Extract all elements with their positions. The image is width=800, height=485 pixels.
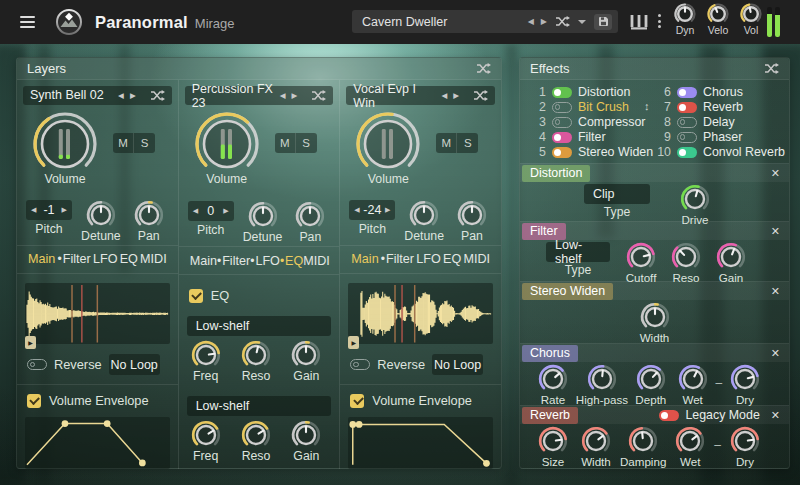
tab-main[interactable]: Main bbox=[28, 252, 55, 266]
tab-filter[interactable]: •Filter bbox=[381, 252, 414, 266]
sample-prev-icon[interactable]: ◀ bbox=[118, 91, 124, 100]
tab-midi[interactable]: MIDI bbox=[303, 254, 330, 268]
effect-name-compressor[interactable]: Compressor bbox=[578, 115, 645, 129]
pitch-increment-icon[interactable]: ▶ bbox=[62, 206, 67, 214]
tab-lfo[interactable]: LFO bbox=[93, 252, 118, 266]
preset-next-icon[interactable]: ▶ bbox=[541, 17, 547, 26]
layer-sample-selector[interactable]: Percussion FX 23◀▶ bbox=[185, 86, 334, 105]
mute-button[interactable]: M bbox=[275, 133, 296, 153]
more-menu-icon[interactable] bbox=[658, 14, 661, 28]
effect-name-convol-reverb[interactable]: Convol Reverb bbox=[703, 145, 785, 159]
tab-midi[interactable]: MIDI bbox=[463, 252, 490, 266]
filter-type-dropdown[interactable]: Low-shelf bbox=[546, 242, 610, 262]
layer-sample-selector[interactable]: Synth Bell 02◀▶ bbox=[23, 86, 172, 105]
distortion-type-dropdown[interactable]: Clip bbox=[584, 184, 650, 204]
sample-next-icon[interactable]: ▶ bbox=[453, 91, 459, 100]
legacy-mode-toggle[interactable] bbox=[659, 410, 679, 421]
mute-button[interactable]: M bbox=[113, 133, 134, 153]
sample-shuffle-icon[interactable] bbox=[304, 90, 326, 101]
volume-knob[interactable]: Volume bbox=[344, 108, 432, 198]
play-button[interactable]: ▶ bbox=[348, 336, 359, 349]
bit-crush-toggle[interactable] bbox=[552, 102, 572, 113]
chorus-high-pass-knob[interactable]: High-pass bbox=[576, 364, 628, 406]
envelope-editor[interactable] bbox=[25, 417, 170, 469]
pan-knob[interactable]: Pan bbox=[291, 201, 329, 246]
distortion-drive-knob[interactable]: Drive bbox=[676, 184, 714, 226]
pitch-increment-icon[interactable]: ▶ bbox=[385, 206, 390, 214]
effects-shuffle-icon[interactable] bbox=[764, 63, 779, 74]
effect-name-stereo-widen[interactable]: Stereo Widen bbox=[578, 145, 653, 159]
volume-envelope-checkbox[interactable] bbox=[350, 394, 364, 408]
volume-knob[interactable]: Volume bbox=[21, 108, 109, 198]
phaser-toggle[interactable] bbox=[677, 132, 697, 143]
effect-name-reverb[interactable]: Reverb bbox=[703, 100, 743, 114]
eq-freq-knob[interactable]: Freq bbox=[187, 420, 225, 463]
detune-knob[interactable]: Detune bbox=[243, 201, 283, 246]
eq-reso-knob[interactable]: Reso bbox=[237, 340, 275, 383]
chorus-toggle[interactable] bbox=[677, 87, 697, 98]
pan-knob[interactable]: Pan bbox=[130, 200, 168, 245]
reverb-size-knob[interactable]: Size bbox=[534, 426, 572, 468]
preset-dropdown-icon[interactable] bbox=[578, 20, 586, 24]
solo-button[interactable]: S bbox=[457, 133, 478, 153]
effect-name-delay[interactable]: Delay bbox=[703, 115, 735, 129]
chorus-wet-knob[interactable]: Wet bbox=[674, 364, 712, 406]
chorus-depth-knob[interactable]: Depth bbox=[632, 364, 670, 406]
preset-prev-icon[interactable]: ◀ bbox=[528, 17, 534, 26]
eq-band-2-type-dropdown[interactable]: Low-shelf bbox=[187, 396, 332, 416]
play-button[interactable]: ▶ bbox=[25, 336, 36, 349]
stereo-widen-close-icon[interactable]: ✕ bbox=[771, 285, 780, 298]
drag-handle-icon[interactable]: ↕ bbox=[644, 100, 650, 112]
reverb-wet-knob[interactable]: Wet bbox=[671, 426, 709, 468]
master-knob-dyn[interactable]: Dyn bbox=[671, 3, 699, 36]
master-knob-vol[interactable]: Vol bbox=[737, 3, 765, 36]
filter-reso-knob[interactable]: Reso bbox=[667, 242, 705, 284]
layers-shuffle-icon[interactable] bbox=[476, 63, 491, 74]
distortion-close-icon[interactable]: ✕ bbox=[771, 167, 780, 180]
tab-filter[interactable]: •Filter bbox=[217, 254, 250, 268]
menu-icon[interactable] bbox=[20, 16, 35, 29]
preset-selector[interactable]: Cavern Dweller ◀ ▶ bbox=[352, 10, 618, 33]
tab-eq[interactable]: EQ bbox=[120, 252, 138, 266]
reverb-close-icon[interactable]: ✕ bbox=[771, 409, 780, 422]
filter-close-icon[interactable]: ✕ bbox=[771, 225, 780, 238]
loop-mode-button[interactable]: No Loop bbox=[432, 354, 483, 375]
sample-shuffle-icon[interactable] bbox=[466, 90, 488, 101]
waveform-display[interactable]: ▶ bbox=[348, 283, 493, 345]
preset-save-icon[interactable] bbox=[594, 14, 612, 30]
tab-eq[interactable]: •EQ bbox=[280, 254, 303, 268]
preset-shuffle-icon[interactable] bbox=[555, 16, 570, 27]
pitch-stepper[interactable]: ◀0▶ bbox=[188, 201, 234, 221]
pitch-decrement-icon[interactable]: ◀ bbox=[193, 207, 198, 215]
mute-button[interactable]: M bbox=[436, 133, 457, 153]
solo-button[interactable]: S bbox=[134, 133, 155, 153]
master-knob-velo[interactable]: Velo bbox=[704, 3, 732, 36]
stereo-widen-width-knob[interactable]: Width bbox=[636, 302, 674, 344]
reverb-width-knob[interactable]: Width bbox=[577, 426, 615, 468]
effect-name-bit-crush[interactable]: Bit Crush bbox=[578, 100, 629, 114]
stereo-widen-toggle[interactable] bbox=[552, 147, 572, 158]
tab-eq[interactable]: EQ bbox=[443, 252, 461, 266]
volume-envelope-checkbox[interactable] bbox=[27, 394, 41, 408]
eq-gain-knob[interactable]: Gain bbox=[287, 420, 325, 463]
tab-midi[interactable]: MIDI bbox=[140, 252, 167, 266]
chorus-close-icon[interactable]: ✕ bbox=[771, 347, 780, 360]
reverse-toggle[interactable] bbox=[350, 359, 370, 370]
eq-freq-knob[interactable]: Freq bbox=[187, 340, 225, 383]
waveform-display[interactable]: ▶ bbox=[25, 283, 170, 345]
envelope-editor[interactable] bbox=[348, 417, 493, 469]
reverse-toggle[interactable] bbox=[27, 359, 47, 370]
effect-name-distortion[interactable]: Distortion bbox=[578, 85, 630, 99]
pitch-stepper[interactable]: ◀-24▶ bbox=[349, 200, 395, 220]
pitch-stepper[interactable]: ◀-1▶ bbox=[26, 200, 72, 220]
filter-cutoff-knob[interactable]: Cutoff bbox=[622, 242, 660, 284]
chorus-dry-knob[interactable]: Dry bbox=[726, 364, 764, 406]
keyboard-icon[interactable] bbox=[629, 14, 649, 30]
pan-knob[interactable]: Pan bbox=[453, 200, 491, 245]
layer-sample-selector[interactable]: Vocal Evp I Win◀▶ bbox=[346, 86, 495, 105]
reverb-damping-knob[interactable]: Damping bbox=[620, 426, 666, 468]
eq-checkbox[interactable] bbox=[189, 289, 203, 303]
pitch-decrement-icon[interactable]: ◀ bbox=[354, 206, 359, 214]
detune-knob[interactable]: Detune bbox=[404, 200, 444, 245]
tab-filter[interactable]: •Filter bbox=[58, 252, 91, 266]
